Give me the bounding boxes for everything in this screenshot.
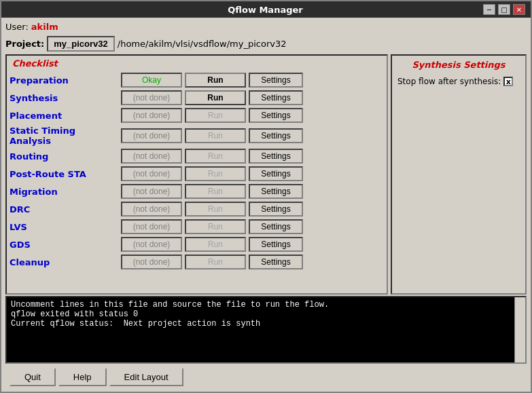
stop-flow-label: Stop flow after synthesis: [397,77,501,86]
settings-btn-5[interactable]: Settings [249,166,303,181]
settings-btn-10[interactable]: Settings [249,255,303,269]
checklist-header: Checklist [7,56,387,71]
settings-btn-9[interactable]: Settings [249,237,303,252]
step-label-preparation[interactable]: Preparation [10,75,118,86]
checklist-panel: Checklist PreparationOkayRunSettingsSynt… [5,54,388,295]
run-btn-3[interactable]: Run [185,128,246,143]
step-label-placement[interactable]: Placement [10,111,118,121]
settings-btn-1[interactable]: Settings [249,90,303,105]
user-value: akilm [31,22,58,32]
stop-flow-row: Stop flow after synthesis: x [397,77,520,86]
status-btn-9[interactable]: (not done) [121,237,182,252]
close-button[interactable]: ✕ [513,4,525,15]
stop-flow-checkbox[interactable]: x [503,77,513,86]
console-text: Uncomment lines in this file and source … [11,300,521,329]
run-btn-4[interactable]: Run [185,149,246,164]
window-controls: ─ □ ✕ [483,4,525,15]
run-btn-7[interactable]: Run [185,202,246,217]
checklist-row: PreparationOkayRunSettings [7,71,387,89]
checkbox-value: x [506,77,511,86]
settings-btn-6[interactable]: Settings [249,184,303,199]
run-btn-1[interactable]: Run [185,90,246,105]
status-btn-6[interactable]: (not done) [121,184,182,199]
settings-content: Stop flow after synthesis: x [395,71,522,89]
content-area: User: akilm Project: my_picorv32 /home/a… [1,18,531,392]
step-label-migration[interactable]: Migration [10,187,118,197]
help-button[interactable]: Help [58,368,107,386]
window-title: Qflow Manager [48,5,483,15]
status-btn-2[interactable]: (not done) [121,108,182,123]
minimize-button[interactable]: ─ [483,4,495,15]
status-btn-0[interactable]: Okay [121,73,182,88]
run-btn-9[interactable]: Run [185,237,246,252]
run-btn-0[interactable]: Run [185,73,246,88]
settings-panel: Synthesis Settings Stop flow after synth… [391,54,527,295]
settings-panel-header: Synthesis Settings [395,58,522,71]
checklist-row: Post-Route STA(not done)RunSettings [7,165,387,183]
project-row: Project: my_picorv32 /home/akilm/vlsi/vs… [5,35,527,53]
status-btn-1[interactable]: (not done) [121,90,182,105]
checklist-row: DRC(not done)RunSettings [7,200,387,218]
step-label-cleanup[interactable]: Cleanup [10,257,118,267]
quit-button[interactable]: Quit [10,368,56,386]
edit-layout-button[interactable]: Edit Layout [109,368,183,386]
settings-btn-2[interactable]: Settings [249,108,303,123]
run-btn-5[interactable]: Run [185,166,246,181]
status-btn-3[interactable]: (not done) [121,128,182,143]
step-label-gds[interactable]: GDS [10,240,118,250]
checklist-row: Routing(not done)RunSettings [7,147,387,165]
settings-btn-8[interactable]: Settings [249,219,303,234]
status-btn-4[interactable]: (not done) [121,149,182,164]
settings-btn-0[interactable]: Settings [249,73,303,88]
checklist-row: Static Timing Analysis(not done)RunSetti… [7,124,387,147]
step-label-lvs[interactable]: LVS [10,222,118,232]
step-label-static-timing-analysis[interactable]: Static Timing Analysis [10,126,118,146]
checklist-row: Placement(not done)RunSettings [7,107,387,124]
step-label-routing[interactable]: Routing [10,151,118,162]
step-label-drc[interactable]: DRC [10,204,118,214]
settings-btn-3[interactable]: Settings [249,128,303,143]
run-btn-8[interactable]: Run [185,219,246,234]
checklist-row: Cleanup(not done)RunSettings [7,253,387,271]
checklist-row: Synthesis(not done)RunSettings [7,89,387,107]
step-label-post-route-sta[interactable]: Post-Route STA [10,169,118,179]
status-btn-7[interactable]: (not done) [121,202,182,217]
main-window: Qflow Manager ─ □ ✕ User: akilm Project:… [0,0,532,393]
project-label: Project: [5,39,44,49]
maximize-button[interactable]: □ [498,4,510,15]
project-path: /home/akilm/vlsi/vsdflow/my_picorv32 [118,39,287,49]
user-label: User: [5,22,29,32]
project-name-button[interactable]: my_picorv32 [47,36,115,52]
console-area: Uncomment lines in this file and source … [5,296,527,364]
run-btn-6[interactable]: Run [185,184,246,199]
status-btn-5[interactable]: (not done) [121,166,182,181]
settings-btn-7[interactable]: Settings [249,202,303,217]
main-area: Checklist PreparationOkayRunSettingsSynt… [5,54,527,295]
bottom-bar: Quit Help Edit Layout [5,365,527,389]
status-btn-8[interactable]: (not done) [121,219,182,234]
settings-btn-4[interactable]: Settings [249,149,303,164]
user-row: User: akilm [5,20,527,33]
console-scrollbar[interactable] [514,297,525,362]
run-btn-2[interactable]: Run [185,108,246,123]
checklist-row: LVS(not done)RunSettings [7,218,387,236]
checklist-table: PreparationOkayRunSettingsSynthesis(not … [7,71,387,293]
checklist-row: GDS(not done)RunSettings [7,236,387,253]
status-btn-10[interactable]: (not done) [121,255,182,269]
run-btn-10[interactable]: Run [185,255,246,269]
step-label-synthesis[interactable]: Synthesis [10,93,118,103]
checklist-row: Migration(not done)RunSettings [7,183,387,200]
title-bar: Qflow Manager ─ □ ✕ [1,1,531,18]
